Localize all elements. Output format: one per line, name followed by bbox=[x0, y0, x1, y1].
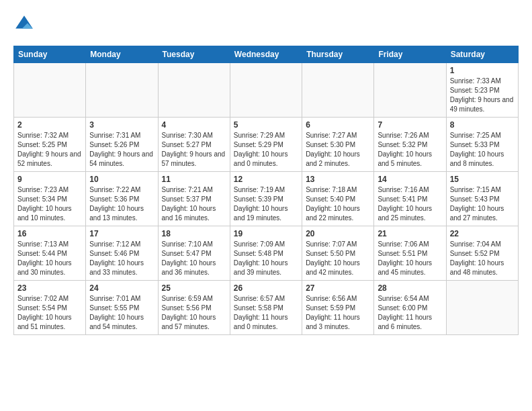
day-info: Sunrise: 7:22 AM Sunset: 5:36 PM Dayligh… bbox=[89, 185, 154, 223]
day-info: Sunrise: 7:18 AM Sunset: 5:40 PM Dayligh… bbox=[306, 185, 370, 223]
calendar-cell: 10Sunrise: 7:22 AM Sunset: 5:36 PM Dayli… bbox=[86, 172, 158, 226]
weekday-header-saturday: Saturday bbox=[446, 46, 518, 63]
day-info: Sunrise: 7:32 AM Sunset: 5:25 PM Dayligh… bbox=[17, 131, 82, 169]
day-info: Sunrise: 7:07 AM Sunset: 5:50 PM Dayligh… bbox=[306, 240, 370, 277]
day-number: 10 bbox=[89, 175, 154, 184]
day-number: 27 bbox=[306, 283, 370, 293]
day-info: Sunrise: 7:23 AM Sunset: 5:34 PM Dayligh… bbox=[17, 185, 82, 223]
day-info: Sunrise: 7:04 AM Sunset: 5:52 PM Dayligh… bbox=[450, 240, 515, 277]
logo-icon bbox=[13, 13, 35, 35]
day-number: 15 bbox=[450, 175, 515, 184]
calendar-cell: 24Sunrise: 7:01 AM Sunset: 5:55 PM Dayli… bbox=[86, 281, 158, 335]
weekday-header-monday: Monday bbox=[86, 46, 158, 63]
day-info: Sunrise: 6:57 AM Sunset: 5:58 PM Dayligh… bbox=[234, 294, 298, 332]
day-number: 16 bbox=[17, 229, 82, 238]
day-number: 6 bbox=[306, 120, 370, 130]
calendar-cell: 16Sunrise: 7:13 AM Sunset: 5:44 PM Dayli… bbox=[14, 226, 86, 281]
day-number: 20 bbox=[306, 229, 370, 238]
calendar-cell: 6Sunrise: 7:27 AM Sunset: 5:30 PM Daylig… bbox=[302, 118, 374, 172]
day-info: Sunrise: 7:09 AM Sunset: 5:48 PM Dayligh… bbox=[234, 240, 298, 277]
calendar: SundayMondayTuesdayWednesdayThursdayFrid… bbox=[13, 46, 519, 335]
day-info: Sunrise: 7:13 AM Sunset: 5:44 PM Dayligh… bbox=[17, 240, 82, 277]
weekday-header-wednesday: Wednesday bbox=[230, 46, 302, 63]
calendar-cell: 27Sunrise: 6:56 AM Sunset: 5:59 PM Dayli… bbox=[302, 281, 374, 335]
day-number: 3 bbox=[89, 120, 154, 130]
day-number: 4 bbox=[162, 120, 226, 130]
page-header bbox=[13, 13, 519, 35]
day-info: Sunrise: 7:19 AM Sunset: 5:39 PM Dayligh… bbox=[234, 185, 298, 223]
day-info: Sunrise: 7:31 AM Sunset: 5:26 PM Dayligh… bbox=[89, 131, 154, 169]
day-number: 25 bbox=[162, 283, 226, 293]
calendar-cell: 9Sunrise: 7:23 AM Sunset: 5:34 PM Daylig… bbox=[14, 172, 86, 226]
weekday-header-sunday: Sunday bbox=[14, 46, 86, 63]
day-info: Sunrise: 7:10 AM Sunset: 5:47 PM Dayligh… bbox=[162, 240, 226, 277]
calendar-cell: 15Sunrise: 7:15 AM Sunset: 5:43 PM Dayli… bbox=[446, 172, 518, 226]
calendar-cell: 17Sunrise: 7:12 AM Sunset: 5:46 PM Dayli… bbox=[86, 226, 158, 281]
calendar-cell: 1Sunrise: 7:33 AM Sunset: 5:23 PM Daylig… bbox=[446, 63, 518, 118]
day-info: Sunrise: 7:27 AM Sunset: 5:30 PM Dayligh… bbox=[306, 131, 370, 169]
calendar-cell: 8Sunrise: 7:25 AM Sunset: 5:33 PM Daylig… bbox=[446, 118, 518, 172]
day-info: Sunrise: 6:59 AM Sunset: 5:56 PM Dayligh… bbox=[162, 294, 226, 332]
day-number: 28 bbox=[378, 283, 442, 293]
calendar-cell bbox=[158, 63, 230, 118]
day-info: Sunrise: 6:56 AM Sunset: 5:59 PM Dayligh… bbox=[306, 294, 370, 332]
day-number: 7 bbox=[378, 120, 442, 130]
calendar-cell: 5Sunrise: 7:29 AM Sunset: 5:29 PM Daylig… bbox=[230, 118, 302, 172]
day-info: Sunrise: 7:15 AM Sunset: 5:43 PM Dayligh… bbox=[450, 185, 515, 223]
day-number: 23 bbox=[17, 283, 82, 293]
calendar-cell: 26Sunrise: 6:57 AM Sunset: 5:58 PM Dayli… bbox=[230, 281, 302, 335]
day-info: Sunrise: 7:29 AM Sunset: 5:29 PM Dayligh… bbox=[234, 131, 298, 169]
day-info: Sunrise: 7:30 AM Sunset: 5:27 PM Dayligh… bbox=[162, 131, 226, 169]
calendar-cell: 4Sunrise: 7:30 AM Sunset: 5:27 PM Daylig… bbox=[158, 118, 230, 172]
calendar-cell: 23Sunrise: 7:02 AM Sunset: 5:54 PM Dayli… bbox=[14, 281, 86, 335]
calendar-cell bbox=[446, 281, 518, 335]
day-number: 5 bbox=[234, 120, 298, 130]
calendar-cell: 28Sunrise: 6:54 AM Sunset: 6:00 PM Dayli… bbox=[374, 281, 446, 335]
calendar-cell: 13Sunrise: 7:18 AM Sunset: 5:40 PM Dayli… bbox=[302, 172, 374, 226]
calendar-cell: 12Sunrise: 7:19 AM Sunset: 5:39 PM Dayli… bbox=[230, 172, 302, 226]
day-info: Sunrise: 7:12 AM Sunset: 5:46 PM Dayligh… bbox=[89, 240, 154, 277]
calendar-cell bbox=[302, 63, 374, 118]
day-info: Sunrise: 7:02 AM Sunset: 5:54 PM Dayligh… bbox=[17, 294, 82, 332]
day-number: 12 bbox=[234, 175, 298, 184]
day-number: 18 bbox=[162, 229, 226, 238]
calendar-cell bbox=[230, 63, 302, 118]
calendar-cell: 19Sunrise: 7:09 AM Sunset: 5:48 PM Dayli… bbox=[230, 226, 302, 281]
day-number: 9 bbox=[17, 175, 82, 184]
day-number: 19 bbox=[234, 229, 298, 238]
calendar-cell: 11Sunrise: 7:21 AM Sunset: 5:37 PM Dayli… bbox=[158, 172, 230, 226]
day-info: Sunrise: 7:33 AM Sunset: 5:23 PM Dayligh… bbox=[450, 77, 515, 114]
day-number: 8 bbox=[450, 120, 515, 130]
day-info: Sunrise: 6:54 AM Sunset: 6:00 PM Dayligh… bbox=[378, 294, 442, 332]
day-info: Sunrise: 7:01 AM Sunset: 5:55 PM Dayligh… bbox=[89, 294, 154, 332]
calendar-cell: 18Sunrise: 7:10 AM Sunset: 5:47 PM Dayli… bbox=[158, 226, 230, 281]
day-number: 22 bbox=[450, 229, 515, 238]
weekday-header-friday: Friday bbox=[374, 46, 446, 63]
calendar-cell: 2Sunrise: 7:32 AM Sunset: 5:25 PM Daylig… bbox=[14, 118, 86, 172]
calendar-cell: 21Sunrise: 7:06 AM Sunset: 5:51 PM Dayli… bbox=[374, 226, 446, 281]
day-info: Sunrise: 7:25 AM Sunset: 5:33 PM Dayligh… bbox=[450, 131, 515, 169]
calendar-cell: 3Sunrise: 7:31 AM Sunset: 5:26 PM Daylig… bbox=[86, 118, 158, 172]
day-number: 13 bbox=[306, 175, 370, 184]
weekday-header-tuesday: Tuesday bbox=[158, 46, 230, 63]
calendar-cell bbox=[14, 63, 86, 118]
day-number: 11 bbox=[162, 175, 226, 184]
calendar-cell: 22Sunrise: 7:04 AM Sunset: 5:52 PM Dayli… bbox=[446, 226, 518, 281]
logo bbox=[13, 13, 38, 35]
day-info: Sunrise: 7:21 AM Sunset: 5:37 PM Dayligh… bbox=[162, 185, 226, 223]
day-number: 24 bbox=[89, 283, 154, 293]
day-number: 26 bbox=[234, 283, 298, 293]
calendar-cell: 7Sunrise: 7:26 AM Sunset: 5:32 PM Daylig… bbox=[374, 118, 446, 172]
day-number: 1 bbox=[450, 66, 515, 75]
day-number: 21 bbox=[378, 229, 442, 238]
calendar-cell bbox=[374, 63, 446, 118]
calendar-cell: 20Sunrise: 7:07 AM Sunset: 5:50 PM Dayli… bbox=[302, 226, 374, 281]
calendar-cell: 14Sunrise: 7:16 AM Sunset: 5:41 PM Dayli… bbox=[374, 172, 446, 226]
day-info: Sunrise: 7:16 AM Sunset: 5:41 PM Dayligh… bbox=[378, 185, 442, 223]
day-number: 17 bbox=[89, 229, 154, 238]
calendar-cell bbox=[86, 63, 158, 118]
day-info: Sunrise: 7:06 AM Sunset: 5:51 PM Dayligh… bbox=[378, 240, 442, 277]
day-info: Sunrise: 7:26 AM Sunset: 5:32 PM Dayligh… bbox=[378, 131, 442, 169]
day-number: 2 bbox=[17, 120, 82, 130]
calendar-cell: 25Sunrise: 6:59 AM Sunset: 5:56 PM Dayli… bbox=[158, 281, 230, 335]
